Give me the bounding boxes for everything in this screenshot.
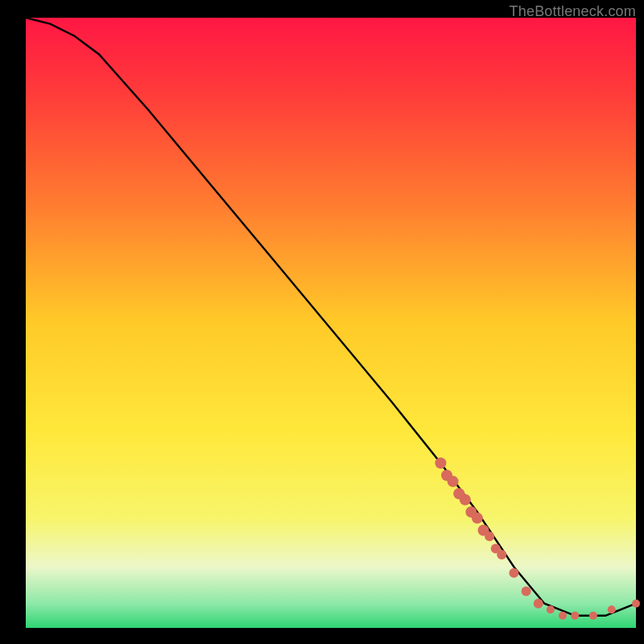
marker-point — [632, 600, 640, 608]
marker-point — [448, 476, 459, 487]
marker-point — [472, 513, 483, 524]
plot-background — [26, 18, 636, 628]
marker-point — [559, 612, 567, 620]
marker-point — [509, 568, 518, 578]
marker-point — [485, 531, 494, 541]
attribution-label: TheBottleneck.com — [510, 3, 636, 20]
bottleneck-chart — [0, 0, 644, 644]
marker-point — [589, 612, 597, 620]
marker-point — [435, 457, 446, 469]
marker-point — [522, 587, 531, 597]
marker-point — [534, 599, 543, 609]
chart-root: TheBottleneck.com — [0, 0, 644, 644]
marker-point — [497, 550, 506, 559]
marker-point — [460, 494, 471, 506]
marker-point — [571, 612, 579, 620]
marker-point — [608, 605, 616, 613]
marker-point — [547, 605, 555, 613]
